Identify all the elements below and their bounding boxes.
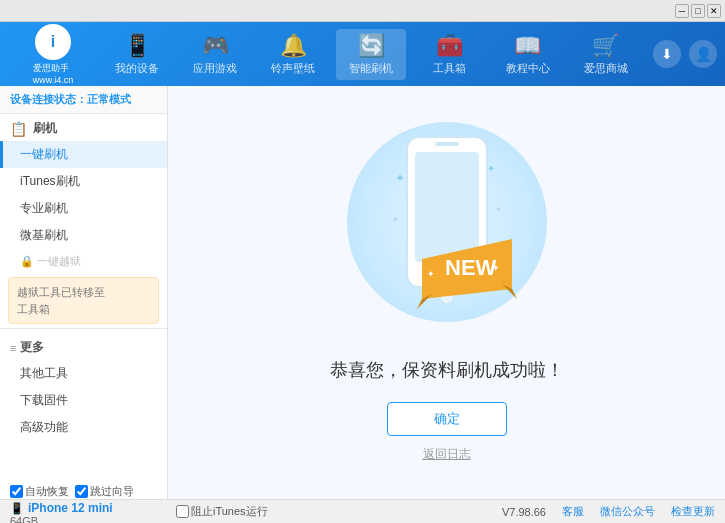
nav-item-smart[interactable]: 🔄 智能刷机: [336, 29, 406, 80]
user-button[interactable]: 👤: [689, 40, 717, 68]
phone-icon-small: 📱: [10, 502, 24, 515]
itunes-block-checkbox[interactable]: [176, 505, 189, 518]
logo-area: i 爱思助手 www.i4.cn: [8, 24, 98, 85]
svg-text:✦: ✦: [495, 205, 502, 214]
device-name: iPhone 12 mini: [28, 501, 113, 515]
nav-label-ringtone: 铃声壁纸: [271, 61, 315, 76]
sidebar-item-baseband[interactable]: 微基刷机: [0, 222, 167, 249]
nav-label-smart: 智能刷机: [349, 61, 393, 76]
sidebar-item-one-click[interactable]: 一键刷机: [0, 141, 167, 168]
version-label: V7.98.66: [502, 506, 546, 518]
close-button[interactable]: ✕: [707, 4, 721, 18]
flash-section-icon: 📋: [10, 121, 27, 137]
svg-text:✦: ✦: [487, 163, 495, 174]
smart-icon: 🔄: [358, 33, 385, 59]
nav-label-device: 我的设备: [115, 61, 159, 76]
success-text: 恭喜您，保资料刷机成功啦！: [330, 358, 564, 382]
sidebar-item-download-firm[interactable]: 下载固件: [0, 387, 167, 414]
more-section-header: ≡ 更多: [0, 333, 167, 360]
service-link[interactable]: 客服: [562, 504, 584, 519]
apps-icon: 🎮: [202, 33, 229, 59]
skip-guide-checkbox[interactable]: [75, 485, 88, 498]
nav-item-ringtone[interactable]: 🔔 铃声壁纸: [258, 29, 328, 80]
back-link[interactable]: 返回日志: [423, 446, 471, 463]
nav-label-store: 爱思商城: [584, 61, 628, 76]
nav-label-tutorial: 教程中心: [506, 61, 550, 76]
nav-item-toolbox[interactable]: 🧰 工具箱: [415, 29, 485, 80]
itunes-status-area: 阻止iTunes运行: [176, 504, 268, 519]
itunes-block-checkbox-label[interactable]: 阻止iTunes运行: [176, 504, 268, 519]
maximize-button[interactable]: □: [691, 4, 705, 18]
hero-illustration: ✦ ✦ ✦ ✦ ✦ ✦ NEW: [327, 122, 567, 342]
tutorial-icon: 📖: [514, 33, 541, 59]
sidebar-item-advanced[interactable]: 高级功能: [0, 414, 167, 441]
skip-guide-checkbox-label[interactable]: 跳过向导: [75, 484, 134, 499]
sidebar-item-other-tools[interactable]: 其他工具: [0, 360, 167, 387]
nav-right: ⬇ 👤: [653, 40, 717, 68]
download-button[interactable]: ⬇: [653, 40, 681, 68]
bottom-bar: 自动恢复 跳过向导 📱 iPhone 12 mini 64GB Down-12m…: [0, 499, 725, 523]
auto-restore-checkbox-label[interactable]: 自动恢复: [10, 484, 69, 499]
content-area: ✦ ✦ ✦ ✦ ✦ ✦ NEW: [168, 86, 725, 499]
bottom-right: V7.98.66 客服 微信公众号 检查更新: [502, 504, 715, 519]
logo-text: 爱思助手 www.i4.cn: [33, 62, 74, 85]
sidebar-item-itunes[interactable]: iTunes刷机: [0, 168, 167, 195]
connection-status: 设备连接状态：正常模式: [0, 86, 167, 114]
minimize-button[interactable]: ─: [675, 4, 689, 18]
auto-restore-checkbox[interactable]: [10, 485, 23, 498]
store-icon: 🛒: [592, 33, 619, 59]
confirm-button[interactable]: 确定: [387, 402, 507, 436]
nav-label-toolbox: 工具箱: [433, 61, 466, 76]
flash-section-header: 📋 刷机: [0, 114, 167, 141]
logo-icon: i: [35, 24, 71, 60]
svg-rect-3: [435, 142, 459, 146]
device-storage: 64GB: [10, 515, 134, 523]
nav-label-apps: 应用游戏: [193, 61, 237, 76]
nav-item-store[interactable]: 🛒 爱思商城: [571, 29, 641, 80]
svg-text:✦: ✦: [395, 171, 405, 185]
title-bar: ─ □ ✕: [0, 0, 725, 22]
bottom-left: 自动恢复 跳过向导 📱 iPhone 12 mini 64GB Down-12m…: [10, 484, 134, 523]
nav-item-tutorial[interactable]: 📖 教程中心: [493, 29, 563, 80]
toolbox-icon: 🧰: [436, 33, 463, 59]
svg-text:✦: ✦: [392, 215, 399, 224]
ringtone-icon: 🔔: [280, 33, 307, 59]
itunes-status-label: 阻止iTunes运行: [191, 504, 268, 519]
sidebar-divider: [0, 328, 167, 329]
top-navigation: i 爱思助手 www.i4.cn 📱 我的设备 🎮 应用游戏 🔔 铃声壁纸 🔄 …: [0, 22, 725, 86]
svg-text:✦: ✦: [427, 269, 435, 279]
device-icon: 📱: [124, 33, 151, 59]
update-link[interactable]: 检查更新: [671, 504, 715, 519]
wechat-link[interactable]: 微信公众号: [600, 504, 655, 519]
main-area: 设备连接状态：正常模式 📋 刷机 一键刷机 iTunes刷机 专业刷机 微基刷机…: [0, 86, 725, 499]
new-badge: ✦ ✦ NEW: [417, 229, 517, 312]
jailbreak-lock: 🔒 一键越狱: [0, 249, 167, 273]
sidebar-item-pro[interactable]: 专业刷机: [0, 195, 167, 222]
svg-text:NEW: NEW: [445, 255, 497, 280]
nav-item-apps[interactable]: 🎮 应用游戏: [180, 29, 250, 80]
jailbreak-notice: 越狱工具已转移至工具箱: [8, 277, 159, 324]
sidebar: 设备连接状态：正常模式 📋 刷机 一键刷机 iTunes刷机 专业刷机 微基刷机…: [0, 86, 168, 499]
nav-items: 📱 我的设备 🎮 应用游戏 🔔 铃声壁纸 🔄 智能刷机 🧰 工具箱 📖 教程中心…: [98, 29, 645, 80]
nav-item-device[interactable]: 📱 我的设备: [102, 29, 172, 80]
